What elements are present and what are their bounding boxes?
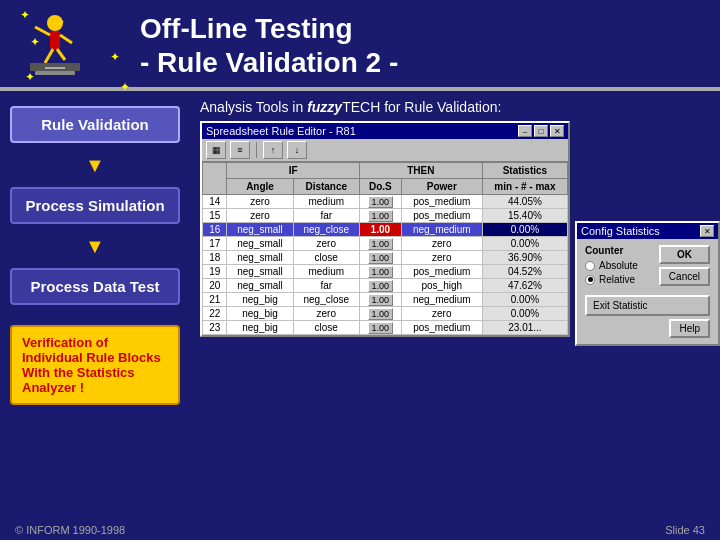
row-power: pos_medium [401,265,482,279]
row-distance: zero [293,237,359,251]
row-num: 23 [203,321,227,335]
toolbar-icon-3[interactable]: ↑ [263,141,283,159]
row-distance: neg_close [293,223,359,237]
analysis-label: Analysis Tools in fuzzyTECH for Rule Val… [200,99,710,115]
row-power: neg_medium [401,223,482,237]
col-header-dos: Do.S [359,179,401,195]
slide-number: Slide 43 [665,524,705,536]
dialog-buttons: OK Cancel [659,245,710,291]
table-row: 20 neg_small far 1.00 pos_high 47.62% [203,279,568,293]
row-dos: 1.00 [359,237,401,251]
row-stat: 23.01... [482,321,567,335]
row-num: 15 [203,209,227,223]
sidebar: Rule Validation ▼ Process Simulation ▼ P… [0,91,190,536]
table-row: 14 zero medium 1.00 pos_medium 44.05% [203,195,568,209]
table-row: 18 neg_small close 1.00 zero 36.90% [203,251,568,265]
row-num: 17 [203,237,227,251]
row-stat: 44.05% [482,195,567,209]
row-dos: 1.00 [359,265,401,279]
row-power: zero [401,251,482,265]
down-arrow-icon: ▼ [10,155,180,175]
config-statistics-dialog: Config Statistics ✕ Counter Absolute [575,221,720,346]
row-dos: 1.00 [359,321,401,335]
toolbar-icon-1[interactable]: ▦ [206,141,226,159]
row-dos: 1.00 [359,251,401,265]
row-dos: 1.00 [359,293,401,307]
process-data-test-box[interactable]: Process Data Test [10,268,180,305]
down-arrow-icon-2: ▼ [10,236,180,256]
col-header-num [203,163,227,195]
table-row-highlight: 16 neg_small neg_close 1.00 neg_medium 0… [203,223,568,237]
row-angle: neg_small [227,279,293,293]
row-distance: medium [293,265,359,279]
row-angle: neg_small [227,251,293,265]
logo-area [10,5,130,85]
dialog-close-button[interactable]: ✕ [700,225,714,237]
col-header-power: Power [401,179,482,195]
dialog-titlebar: Config Statistics ✕ [577,223,718,239]
relative-radio-item[interactable]: Relative [585,274,651,285]
row-dos: 1.00 [359,223,401,237]
exit-statistic-button[interactable]: Exit Statistic [585,295,710,316]
row-power: neg_medium [401,293,482,307]
page-title: Off-Line Testing - Rule Validation 2 - [140,12,705,79]
table-row: 23 neg_big close 1.00 pos_medium 23.01..… [203,321,568,335]
rule-table: IF THEN Statistics Angle Distance Do.S P… [202,162,568,335]
col-header-stat-range: min - # - max [482,179,567,195]
row-angle: zero [227,209,293,223]
process-simulation-box[interactable]: Process Simulation [10,187,180,224]
toolbar-icon-2[interactable]: ≡ [230,141,250,159]
col-header-distance: Distance [293,179,359,195]
row-num: 14 [203,195,227,209]
dialog-content: Counter Absolute Relative [577,239,718,344]
dialog-title: Config Statistics [581,225,660,237]
row-stat: 0.00% [482,223,567,237]
row-dos: 1.00 [359,307,401,321]
row-angle: neg_small [227,223,293,237]
window-toolbar: ▦ ≡ ↑ ↓ [202,139,568,162]
row-dos: 1.00 [359,209,401,223]
table-row: 21 neg_big neg_close 1.00 neg_medium 0.0… [203,293,568,307]
main-content: Rule Validation ▼ Process Simulation ▼ P… [0,91,720,536]
absolute-label: Absolute [599,260,638,271]
col-header-stats: Statistics [482,163,567,179]
right-content: Analysis Tools in fuzzyTECH for Rule Val… [190,91,720,536]
maximize-button[interactable]: □ [534,125,548,137]
svg-rect-1 [50,31,60,49]
row-num: 20 [203,279,227,293]
row-stat: 0.00% [482,307,567,321]
row-num: 18 [203,251,227,265]
verification-text: Verification of Individual Rule Blocks W… [22,335,161,395]
ok-button[interactable]: OK [659,245,710,264]
col-header-angle: Angle [227,179,293,195]
row-distance: far [293,209,359,223]
row-power: pos_medium [401,321,482,335]
row-power: pos_high [401,279,482,293]
row-stat: 0.00% [482,293,567,307]
toolbar-icon-4[interactable]: ↓ [287,141,307,159]
absolute-radio[interactable] [585,261,595,271]
row-distance: far [293,279,359,293]
close-button[interactable]: ✕ [550,125,564,137]
row-angle: neg_big [227,307,293,321]
table-row: 22 neg_big zero 1.00 zero 0.00% [203,307,568,321]
rule-validation-label: Rule Validation [41,116,149,133]
col-header-if: IF [227,163,359,179]
relative-radio[interactable] [585,275,595,285]
window-titlebar: Spreadsheet Rule Editor - R81 – □ ✕ [202,123,568,139]
window-controls: – □ ✕ [518,125,564,137]
absolute-radio-item[interactable]: Absolute [585,260,651,271]
row-angle: zero [227,195,293,209]
row-num: 19 [203,265,227,279]
spreadsheet-window: Spreadsheet Rule Editor - R81 – □ ✕ ▦ ≡ … [200,121,570,337]
cancel-button[interactable]: Cancel [659,267,710,286]
rule-validation-box[interactable]: Rule Validation [10,106,180,143]
help-button[interactable]: Help [669,319,710,338]
svg-line-5 [57,49,65,60]
row-stat: 36.90% [482,251,567,265]
row-angle: neg_small [227,237,293,251]
minimize-button[interactable]: – [518,125,532,137]
row-distance: close [293,321,359,335]
row-power: zero [401,237,482,251]
window-title: Spreadsheet Rule Editor - R81 [206,125,356,137]
